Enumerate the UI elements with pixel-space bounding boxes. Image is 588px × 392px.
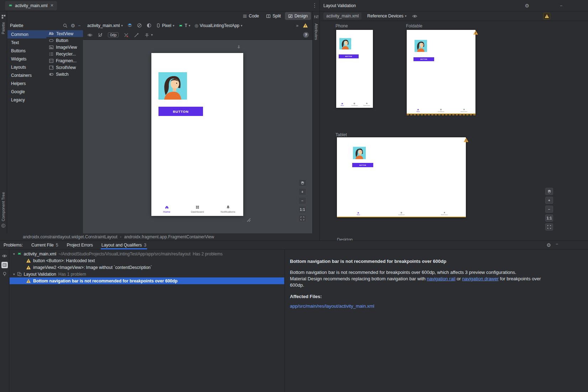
tab-current-file[interactable]: Current File 5 [31, 241, 58, 249]
clear-constraints-icon[interactable] [124, 32, 129, 38]
minimize-icon[interactable]: − [556, 242, 558, 247]
zoom-100-button[interactable]: 1:1 [298, 206, 306, 213]
editor-tab-activity-main[interactable]: activity_main.xml ✕ [5, 1, 57, 10]
preview-tablet[interactable]: BUTTON Home Dashboard Notifications [337, 137, 466, 217]
palette-strip-label[interactable]: Palette [1, 22, 5, 34]
toolbar-overflow-chevrons[interactable]: » [296, 23, 298, 28]
phone-icon [156, 23, 161, 28]
palette-tool-icon[interactable] [1, 14, 6, 19]
api-level-dropdown[interactable]: T▾ [178, 23, 190, 28]
tree-row-issue-hardcoded-text[interactable]: button <Button>: Hardcoded text [10, 257, 284, 264]
help-icon[interactable]: ? [303, 32, 309, 38]
preview-phone[interactable]: BUTTON Home Dashboard Notifications [336, 30, 373, 108]
palette-item-scrollview[interactable]: ScrollView [46, 64, 83, 71]
align-menu-icon[interactable]: ▾ [144, 32, 153, 38]
zoom-100-button[interactable]: 1:1 [545, 214, 553, 222]
recyclerview-icon [49, 52, 54, 57]
layout-validation-icon [17, 272, 22, 276]
nav-item-dashboard[interactable]: Dashboard [182, 203, 213, 215]
lv-file-tab[interactable]: activity_main.xml [323, 12, 361, 20]
navigation-rail-link[interactable]: navigation rail [427, 276, 455, 281]
design-preview-frame[interactable]: BUTTON Home Dashboard Notifications [151, 53, 243, 216]
close-icon[interactable]: ✕ [50, 3, 53, 8]
preview-eye-icon[interactable] [2, 253, 7, 259]
zoom-in-button[interactable]: + [298, 188, 306, 195]
component-tree-strip-label[interactable]: Component Tree [1, 192, 5, 221]
palette-category-legacy[interactable]: Legacy [7, 96, 46, 104]
frame-resize-handle[interactable] [246, 217, 251, 222]
tab-project-errors[interactable]: Project Errors [67, 241, 93, 249]
mode-code-button[interactable]: Code [239, 12, 262, 20]
gear-icon[interactable]: ⚙ [546, 242, 551, 248]
breadcrumb-constraintlayout[interactable]: androidx.constraintlayout.widget.Constra… [23, 234, 118, 239]
button-widget[interactable]: BUTTON [158, 107, 203, 116]
palette-item-switch[interactable]: Switch [46, 71, 83, 78]
surface-layers-icon[interactable] [127, 23, 132, 28]
search-icon[interactable] [63, 23, 68, 28]
device-dropdown[interactable]: Pixel▾ [156, 23, 175, 28]
nav-item-home[interactable]: Home [151, 203, 182, 215]
palette-item-imageview[interactable]: ImageView [46, 44, 83, 51]
palette-category-buttons[interactable]: Buttons [7, 47, 46, 55]
palette-category-google[interactable]: Google [7, 88, 46, 96]
design-canvas[interactable]: BUTTON Home Dashboard Notifications [83, 40, 312, 233]
palette-item-button[interactable]: Button [46, 37, 83, 44]
default-margins-value[interactable]: 0dp [108, 32, 119, 37]
chevron-down-icon[interactable]: ▾ [13, 272, 15, 276]
palette-categories: Common Text Buttons Widgets Layouts Cont… [7, 30, 46, 104]
quick-fix-bulb-icon[interactable] [2, 271, 7, 276]
gear-icon[interactable]: ⚙ [71, 23, 75, 28]
imageview-avatar[interactable] [158, 72, 187, 100]
palette-item-recyclerview[interactable]: Recycler... [46, 51, 83, 57]
mode-split-button[interactable]: Split [263, 12, 284, 20]
pan-hand-button[interactable] [298, 179, 306, 186]
mode-design-button[interactable]: Design [285, 12, 311, 20]
reference-devices-dropdown[interactable]: Reference Devices▾ [367, 14, 406, 18]
palette-category-helpers[interactable]: Helpers [7, 79, 46, 88]
zoom-to-fit-button[interactable] [545, 223, 553, 231]
nav-item-notifications[interactable]: Notifications [213, 203, 243, 215]
view-options-eye-icon[interactable] [87, 32, 93, 38]
issue-panel-warning-icon[interactable] [303, 23, 308, 28]
zoom-out-button[interactable]: − [545, 206, 553, 213]
palette-category-common[interactable]: Common [7, 30, 46, 38]
file-dropdown[interactable]: activity_main.xml▾ [87, 23, 123, 28]
minimize-icon[interactable]: − [78, 23, 80, 28]
infer-constraints-wand-icon[interactable] [134, 32, 139, 38]
breadcrumb: androidx.constraintlayout.widget.Constra… [0, 233, 319, 240]
zoom-to-fit-button[interactable] [298, 215, 306, 222]
gear-icon[interactable]: ⚙ [525, 3, 529, 9]
palette-item-fragmentcontainerview[interactable]: Fragmen... [46, 57, 83, 64]
palette-item-textview[interactable]: Ab TextView [46, 30, 83, 37]
lv-view-options-eye-icon[interactable] [412, 14, 417, 19]
palette-category-text[interactable]: Text [7, 38, 46, 47]
blueprint-off-icon[interactable] [137, 23, 142, 28]
preview-foldable[interactable]: BUTTON Home Dashboard Notifications [407, 30, 475, 114]
navigation-drawer-link[interactable]: navigation drawer [462, 276, 499, 281]
palette-category-layouts[interactable]: Layouts [7, 63, 46, 71]
show-details-toggle-icon[interactable] [1, 262, 8, 268]
zoom-out-button[interactable]: − [298, 197, 306, 204]
file-name: activity_main.xml [24, 251, 56, 256]
kebab-menu-icon[interactable]: ⋮ [312, 2, 317, 9]
tree-row-issue-content-description[interactable]: imageView2 <ImageView>: Image without `c… [10, 264, 284, 271]
night-mode-icon[interactable] [146, 23, 152, 28]
minimize-icon[interactable]: − [560, 3, 562, 8]
tree-row-layout-validation-group[interactable]: ▾ Layout Validation Has 1 problem [10, 271, 284, 277]
palette-category-widgets[interactable]: Widgets [7, 55, 46, 63]
lv-warning-filter-icon[interactable] [543, 13, 550, 20]
tab-layout-and-qualifiers[interactable]: Layout and Qualifiers 3 [102, 241, 146, 249]
breadcrumb-fragmentcontainerview[interactable]: androidx.fragment.app.FragmentContainerV… [124, 234, 214, 239]
palette-category-containers[interactable]: Containers [7, 71, 46, 79]
attributes-tool-icon[interactable] [314, 14, 319, 19]
autoconnect-icon[interactable] [98, 32, 103, 38]
affected-file-link[interactable]: app/src/main/res/layout/activity_main.xm… [290, 303, 374, 309]
tree-row-file[interactable]: ▾ activity_main.xml ~/AndroidStudioProje… [10, 250, 284, 257]
attributes-strip-label[interactable]: Attributes [314, 23, 318, 40]
theme-dropdown[interactable]: ◎ VisualLintingTestApp▾ [194, 23, 242, 28]
chevron-down-icon[interactable]: ▾ [13, 252, 15, 256]
pan-hand-button[interactable] [545, 188, 553, 195]
zoom-in-button[interactable]: + [545, 197, 553, 204]
tree-row-issue-bottom-nav-selected[interactable]: Bottom navigation bar is not recommended… [10, 277, 284, 284]
bottom-navigation-bar[interactable]: Home Dashboard Notifications [151, 203, 243, 215]
